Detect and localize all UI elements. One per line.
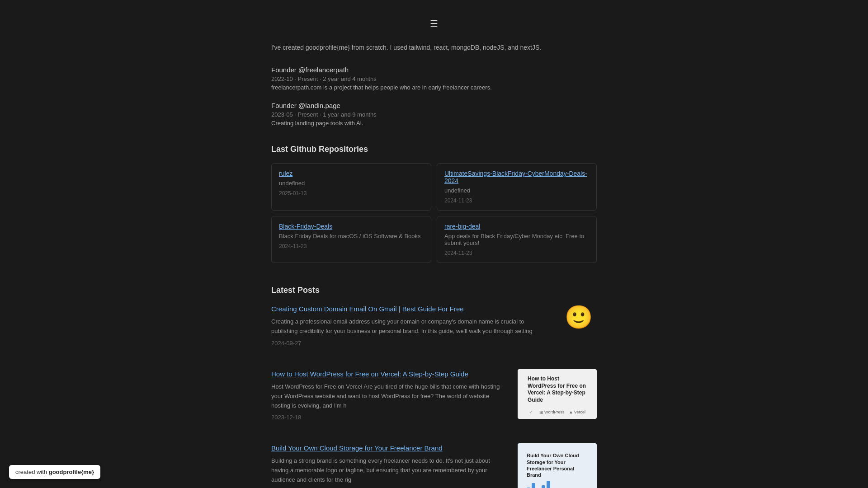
repo-name-0[interactable]: rulez: [279, 170, 424, 177]
post-excerpt-2: Building a strong brand is something eve…: [271, 456, 509, 484]
post-content-0: Creating Custom Domain Email On Gmail | …: [271, 304, 552, 347]
post-image-visual-2: [522, 480, 555, 488]
experience-landin: Founder @landin.page 2023-05 · Present ·…: [271, 102, 597, 127]
post-title-0[interactable]: Creating Custom Domain Email On Gmail | …: [271, 304, 552, 314]
repo-name-2[interactable]: Black-Friday-Deals: [279, 223, 424, 230]
repo-date-2: 2024-11-23: [279, 243, 424, 249]
experience-title-1: Founder @freelancerpath: [271, 66, 597, 74]
post-date-0: 2024-09-27: [271, 340, 552, 347]
post-image-logos-1: ✓ ⊞ WordPress ▲ Vercel: [524, 407, 591, 418]
repo-card-1: UltimateSavings-BlackFriday-CyberMonday-…: [437, 163, 597, 211]
repo-desc-2: Black Friday Deals for macOS / iOS Softw…: [279, 233, 424, 239]
wordpress-logo: ⊞ WordPress: [539, 410, 564, 415]
github-section: Last Github Repositories rulez undefined…: [271, 145, 597, 263]
repo-card-0: rulez undefined 2025-01-13: [271, 163, 431, 211]
post-content-1: How to Host WordPress for Free on Vercel…: [271, 369, 509, 421]
post-title-2[interactable]: Build Your Own Cloud Storage for Your Fr…: [271, 443, 509, 453]
experience-desc-2: Creating landing page tools with AI.: [271, 120, 597, 127]
experience-desc-1: freelancerpath.com is a project that hel…: [271, 84, 597, 91]
post-item-2: Build Your Own Cloud Storage for Your Fr…: [271, 443, 597, 488]
repos-grid: rulez undefined 2025-01-13 UltimateSavin…: [271, 163, 597, 263]
post-item-1: How to Host WordPress for Free on Vercel…: [271, 369, 597, 425]
repo-desc-3: App deals for Black Friday/Cyber Monday …: [444, 233, 589, 246]
vercel-logo: ▲ Vercel: [569, 410, 585, 414]
post-image-1: How to Host WordPress for Free on Vercel…: [518, 369, 597, 419]
hamburger-menu[interactable]: ☰: [271, 9, 597, 42]
repo-desc-1: undefined: [444, 187, 589, 194]
repo-date-3: 2024-11-23: [444, 250, 589, 256]
repo-date-1: 2024-11-23: [444, 197, 589, 204]
post-content-2: Build Your Own Cloud Storage for Your Fr…: [271, 443, 509, 488]
repo-card-2: Black-Friday-Deals Black Friday Deals fo…: [271, 216, 431, 263]
github-section-title: Last Github Repositories: [271, 145, 597, 154]
post-title-1[interactable]: How to Host WordPress for Free on Vercel…: [271, 369, 509, 379]
footer-created-text: created with: [15, 469, 49, 475]
post-image-title-1: How to Host WordPress for Free on Vercel…: [522, 370, 592, 406]
post-excerpt-0: Creating a professional email address us…: [271, 317, 552, 336]
repo-name-3[interactable]: rare-big-deal: [444, 223, 589, 230]
post-date-1: 2023-12-18: [271, 414, 509, 421]
experience-freelancerpath: Founder @freelancerpath 2022-10 · Presen…: [271, 66, 597, 91]
post-emoji-0: 🙂: [561, 304, 597, 330]
experience-meta-2: 2023-05 · Present · 1 year and 9 months: [271, 111, 597, 118]
footer-brand: goodprofile{me}: [49, 469, 94, 475]
post-item-0: Creating Custom Domain Email On Gmail | …: [271, 304, 597, 351]
post-image-content-1: How to Host WordPress for Free on Vercel…: [518, 369, 597, 419]
post-excerpt-1: Host WordPress for Free on Vercel Are yo…: [271, 382, 509, 410]
posts-section: Latest Posts Creating Custom Domain Emai…: [271, 286, 597, 488]
experience-meta-1: 2022-10 · Present · 2 year and 4 months: [271, 75, 597, 82]
post-image-title-2: Build Your Own Cloud Storage for Your Fr…: [522, 448, 592, 480]
intro-text: I've created goodprofile{me} from scratc…: [271, 42, 597, 52]
repo-date-0: 2025-01-13: [279, 190, 424, 197]
repo-desc-0: undefined: [279, 180, 424, 187]
repo-name-1[interactable]: UltimateSavings-BlackFriday-CyberMonday-…: [444, 170, 589, 184]
repo-card-3: rare-big-deal App deals for Black Friday…: [437, 216, 597, 263]
post-image-content-2: Build Your Own Cloud Storage for Your Fr…: [518, 443, 597, 488]
posts-section-title: Latest Posts: [271, 286, 597, 295]
footer-badge[interactable]: created with goodprofile{me}: [9, 465, 100, 479]
experience-title-2: Founder @landin.page: [271, 102, 597, 109]
post-image-2: Build Your Own Cloud Storage for Your Fr…: [518, 443, 597, 488]
